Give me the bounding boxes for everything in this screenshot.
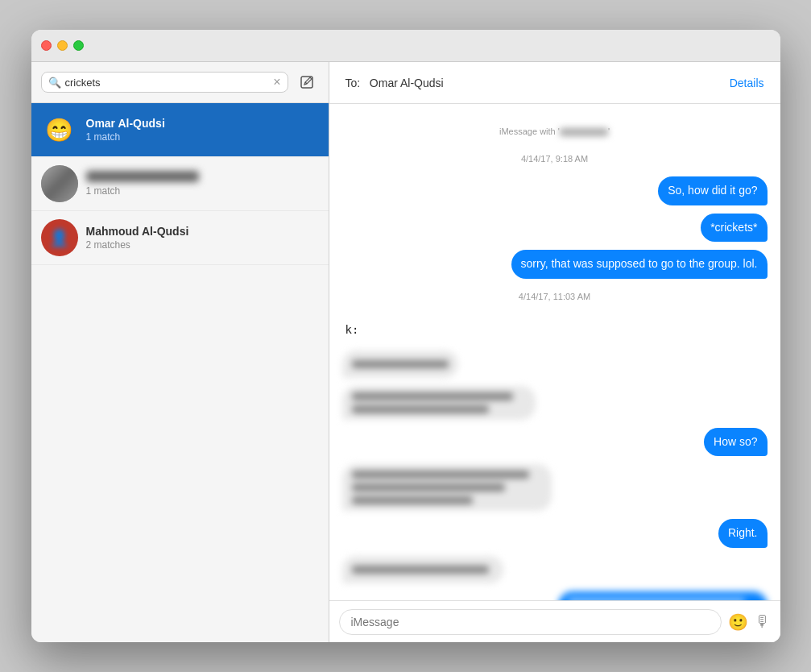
contact-name-blurred [86, 171, 199, 182]
traffic-lights [41, 40, 84, 51]
avatar-mahmoud: 👤 [41, 219, 78, 256]
contact-info-mahmoud: Mahmoud Al-Qudsi 2 matches [86, 225, 319, 251]
bubble-1: So, how did it go? [658, 176, 767, 205]
to-label: To: [346, 77, 361, 89]
contact-item-omar[interactable]: 😁 Omar Al-Qudsi 1 match [31, 103, 329, 157]
system-date-2: 4/14/17, 11:03 AM [342, 292, 768, 301]
message-row-10 [342, 556, 768, 583]
sidebar: 🔍 × 😁 [31, 62, 329, 642]
chat-area: To: Omar Al-Qudsi Details iMessage with … [329, 62, 780, 642]
contact-name-mahmoud: Mahmoud Al-Qudsi [86, 225, 319, 238]
contact-info-omar: Omar Al-Qudsi 1 match [86, 117, 319, 143]
message-row-8 [342, 464, 768, 511]
contact-list: 😁 Omar Al-Qudsi 1 match 1 match [31, 103, 329, 642]
main-content: 🔍 × 😁 [31, 62, 780, 642]
avatar-blurred [41, 165, 78, 202]
contact-info-blurred: 1 match [86, 171, 319, 197]
bubble-10 [342, 556, 503, 583]
bubble-6 [342, 386, 536, 420]
avatar-emoji-omar: 😁 [45, 117, 73, 143]
messages-area[interactable]: iMessage with '' 4/14/17, 9:18 AM So, ho… [329, 104, 780, 600]
audio-button[interactable]: 🎙 [755, 612, 771, 631]
bubble-2: *crickets* [701, 214, 767, 243]
compose-button[interactable] [295, 70, 319, 94]
input-area: 🙂 🎙 [329, 600, 780, 642]
chat-header-to: To: Omar Al-Qudsi [346, 77, 444, 89]
system-message-1: iMessage with '' [342, 127, 768, 136]
app-window: 🔍 × 😁 [31, 30, 780, 642]
contact-match-blurred: 1 match [86, 185, 319, 197]
bubble-7: How so? [704, 428, 767, 457]
search-bar: 🔍 × [31, 62, 329, 103]
avatar-ted-label: 👤 [49, 228, 69, 247]
message-row-5 [342, 351, 768, 378]
message-row-6 [342, 386, 768, 420]
message-row-1: So, how did it go? [342, 176, 768, 205]
avatar-blur-image [41, 165, 78, 202]
chat-recipient-name: Omar Al-Qudsi [370, 77, 444, 89]
details-button[interactable]: Details [730, 77, 764, 89]
close-button[interactable] [41, 40, 52, 51]
message-row-11 [342, 591, 768, 600]
bubble-8 [342, 464, 552, 511]
contact-name-omar: Omar Al-Qudsi [86, 117, 319, 130]
chat-header: To: Omar Al-Qudsi Details [329, 62, 780, 104]
contact-item-blurred[interactable]: 1 match [31, 157, 329, 211]
message-row-7: How so? [342, 428, 768, 457]
message-row-4: k: [342, 314, 768, 342]
compose-icon [300, 75, 314, 89]
message-row-2: *crickets* [342, 214, 768, 243]
maximize-button[interactable] [73, 40, 84, 51]
bubble-9: Right. [718, 519, 768, 548]
contact-match-mahmoud: 2 matches [86, 239, 319, 251]
bubble-4: k: [342, 314, 362, 342]
imessage-label: iMessage with ' [499, 127, 560, 136]
contact-item-mahmoud[interactable]: 👤 Mahmoud Al-Qudsi 2 matches [31, 211, 329, 265]
bubble-5 [342, 351, 458, 378]
avatar-omar: 😁 [41, 111, 78, 148]
bubble-11 [558, 591, 768, 600]
search-input-wrapper: 🔍 × [41, 72, 288, 93]
minimize-button[interactable] [57, 40, 68, 51]
message-row-3: sorry, that was supposed to go to the gr… [342, 250, 768, 279]
message-input[interactable] [339, 609, 722, 635]
search-clear-button[interactable]: × [273, 76, 280, 89]
search-input[interactable] [65, 77, 270, 89]
title-bar [31, 30, 780, 62]
contact-match-omar: 1 match [86, 131, 319, 143]
bubble-3: sorry, that was supposed to go to the gr… [511, 250, 768, 279]
emoji-button[interactable]: 🙂 [728, 612, 748, 632]
emoji-text: k: [346, 323, 359, 336]
message-row-9: Right. [342, 519, 768, 548]
system-date-1: 4/14/17, 9:18 AM [342, 154, 768, 164]
search-icon: 🔍 [48, 77, 61, 89]
